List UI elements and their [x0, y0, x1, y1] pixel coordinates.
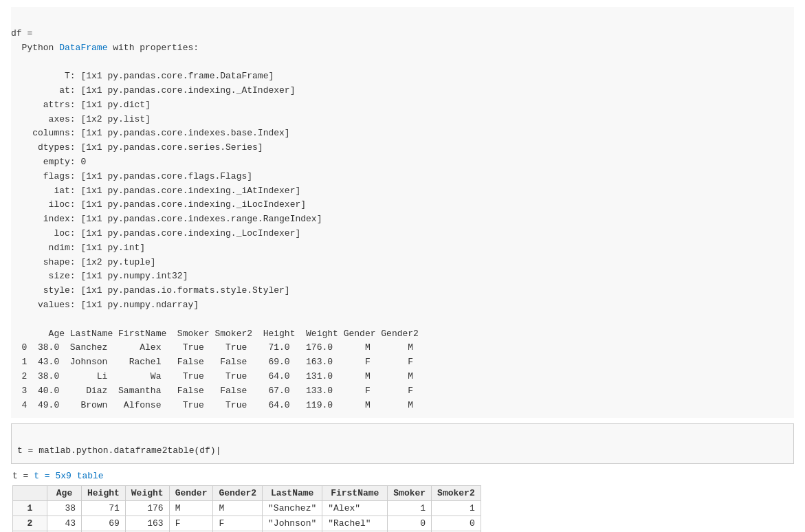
cell-firstname: "Alex" — [322, 500, 388, 516]
prop-attrs: attrs: [1x1 py.dict] — [11, 100, 151, 110]
df-row-1: 1 43.0 Johnson Rachel False False 69.0 1… — [11, 357, 413, 367]
prop-iloc: iloc: [1x1 py.pandas.core.indexing._iLoc… — [11, 199, 306, 210]
cell-lastname: "Johnson" — [263, 516, 322, 531]
table-size-text: t = 5x9 table — [34, 471, 103, 481]
prop-empty: empty: 0 — [11, 157, 86, 167]
code-output-block: df = Python DataFrame with properties: T… — [11, 7, 794, 418]
col-header-height: Height — [82, 485, 126, 500]
cell-gender2: M — [213, 500, 263, 516]
col-header-lastname: LastName — [263, 485, 322, 500]
prop-index: index: [1x1 py.pandas.core.indexes.range… — [11, 214, 322, 224]
code-line-python: Python DataFrame with properties: — [11, 43, 199, 53]
col-header-smoker: Smoker — [388, 485, 432, 500]
cell-index: 1 — [13, 500, 47, 516]
command-text: t = matlab.python.dataframe2table(df) — [17, 445, 216, 456]
col-header-age: Age — [47, 485, 82, 500]
df-row-3: 3 40.0 Diaz Samantha False False 67.0 13… — [11, 386, 413, 396]
col-header-firstname: FirstName — [322, 485, 388, 500]
cell-smoker: 0 — [388, 516, 432, 531]
cell-smoker2: 0 — [432, 516, 481, 531]
prop-style: style: [1x1 py.pandas.io.formats.style.S… — [11, 285, 290, 296]
prop-loc: loc: [1x1 py.pandas.core.indexing._LocIn… — [11, 228, 300, 239]
code-line-df: df = — [11, 28, 32, 38]
cell-weight: 163 — [125, 516, 169, 531]
prop-iat: iat: [1x1 py.pandas.core.indexing._iAtIn… — [11, 186, 300, 196]
cell-weight: 176 — [125, 500, 169, 516]
prop-ndim: ndim: [1x1 py.int] — [11, 243, 145, 253]
cell-smoker: 1 — [388, 500, 432, 516]
cell-age: 43 — [47, 516, 82, 531]
prop-T: T: [1x1 py.pandas.core.frame.DataFrame] — [11, 71, 274, 81]
cell-height: 69 — [82, 516, 126, 531]
cell-gender2: F — [213, 516, 263, 531]
prop-size: size: [1x1 py.numpy.int32] — [11, 271, 188, 281]
prop-shape: shape: [1x2 py.tuple] — [11, 257, 156, 267]
cursor: | — [216, 445, 221, 456]
prop-values: values: [1x1 py.numpy.ndarray] — [11, 300, 199, 310]
col-header-smoker2: Smoker2 — [432, 485, 481, 500]
cell-smoker2: 1 — [432, 500, 481, 516]
col-header-weight: Weight — [125, 485, 169, 500]
table-header-row: Age Height Weight Gender Gender2 LastNam… — [13, 485, 481, 500]
prop-at: at: [1x1 py.pandas.core.indexing._AtInde… — [11, 85, 295, 96]
table-label: t = t = 5x9 table — [11, 471, 794, 481]
cell-gender: F — [169, 516, 213, 531]
df-row-4: 4 49.0 Brown Alfonse True True 64.0 119.… — [11, 400, 413, 410]
prop-dtypes: dtypes: [1x1 py.pandas.core.series.Serie… — [11, 142, 263, 153]
df-row-2: 2 38.0 Li Wa True True 64.0 131.0 M M — [11, 371, 413, 381]
table-row: 24369163FF"Johnson""Rachel"00 — [13, 516, 481, 531]
table-label-text: t = t = 5x9 table — [12, 471, 104, 481]
cell-age: 38 — [47, 500, 82, 516]
cell-lastname: "Sanchez" — [263, 500, 322, 516]
cell-height: 71 — [82, 500, 126, 516]
cell-index: 2 — [13, 516, 47, 531]
prop-axes: axes: [1x2 py.list] — [11, 114, 151, 124]
df-header: Age LastName FirstName Smoker Smoker2 He… — [11, 329, 419, 339]
col-header-index — [13, 485, 47, 500]
cell-gender: M — [169, 500, 213, 516]
prop-columns: columns: [1x1 py.pandas.core.indexes.bas… — [11, 128, 290, 138]
prop-flags: flags: [1x1 py.pandas.core.flags.Flags] — [11, 171, 252, 181]
table-row: 13871176MM"Sanchez""Alex"11 — [13, 500, 481, 516]
cell-firstname: "Rachel" — [322, 516, 388, 531]
df-row-0: 0 38.0 Sanchez Alex True True 71.0 176.0… — [11, 342, 413, 353]
data-table: Age Height Weight Gender Gender2 LastNam… — [12, 485, 481, 533]
command-input-section[interactable]: t = matlab.python.dataframe2table(df)| — [11, 423, 794, 463]
col-header-gender2: Gender2 — [213, 485, 263, 500]
col-header-gender: Gender — [169, 485, 213, 500]
